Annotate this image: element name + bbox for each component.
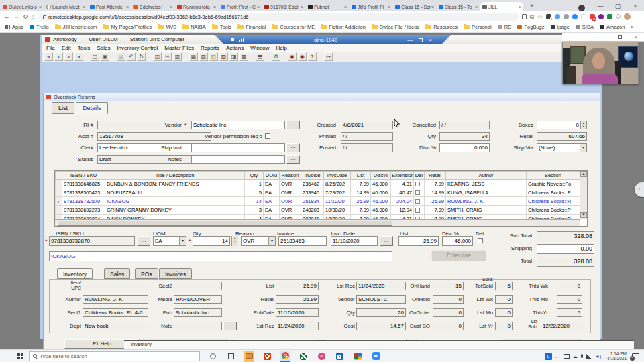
close-icon[interactable]: × xyxy=(634,34,637,40)
boxes-stepper[interactable]: 0▴▾ xyxy=(537,121,587,129)
copy-icon[interactable]: ◫ xyxy=(153,52,162,61)
undo-icon[interactable]: ↶ xyxy=(127,52,136,61)
tab-close-icon[interactable]: × xyxy=(519,5,521,9)
line-list-field[interactable]: 26.99 xyxy=(398,236,439,246)
copy-page-icon[interactable] xyxy=(522,14,527,19)
del-checkbox[interactable] xyxy=(415,182,420,186)
ext-notes-icon[interactable] xyxy=(581,14,586,19)
ext-gray-icon[interactable] xyxy=(564,14,569,19)
browser-tab[interactable]: Class 15 - To× xyxy=(437,2,480,11)
session-close-icon[interactable]: × xyxy=(429,37,432,43)
excel-icon[interactable] xyxy=(299,351,309,362)
grid-row[interactable]: 9781338646825BUNBUN & BONBON: FANCY FRIE… xyxy=(56,180,580,188)
tab-inventory[interactable]: Inventory xyxy=(57,268,93,279)
tab-close-icon[interactable]: × xyxy=(344,5,347,9)
print-icon[interactable]: ⬒ xyxy=(256,52,264,61)
chevron-down-icon[interactable]: ▾ xyxy=(268,237,275,245)
grid-row-selected[interactable]: ▸ 9781338732870ICKABOG14EAOVR25183411/10… xyxy=(56,197,580,206)
tab-pos[interactable]: POs xyxy=(135,268,158,279)
tab-sales[interactable]: Sales xyxy=(104,268,130,279)
session-minimize-icon[interactable]: — xyxy=(407,37,413,43)
spinner-icon[interactable]: ▴▾ xyxy=(580,121,586,129)
taskbar-clock[interactable]: 1:14 PM 4/15/2021 xyxy=(607,351,627,361)
nav-next-icon[interactable]: › xyxy=(64,52,73,61)
task-view-icon[interactable] xyxy=(226,351,236,362)
new-record-icon[interactable]: ▢ xyxy=(91,52,99,61)
menu-window[interactable]: Window xyxy=(250,45,269,51)
ext-meet-icon[interactable] xyxy=(572,14,578,19)
line-qty-field[interactable]: 14 xyxy=(193,236,230,246)
list-view-icon[interactable]: ▦ xyxy=(189,52,198,61)
tray-expand-icon[interactable]: ︿ xyxy=(555,353,560,359)
ship-via-select[interactable]: (None)▾ xyxy=(537,143,587,152)
menu-master-files[interactable]: Master Files xyxy=(164,45,194,51)
ship-inst-field[interactable] xyxy=(191,143,285,152)
bookmark-item[interactable]: Amazon xyxy=(600,24,625,30)
shipping-field[interactable]: 0.00 xyxy=(537,244,594,254)
notes-lookup-button[interactable]: … xyxy=(286,155,300,164)
chrome-icon[interactable] xyxy=(280,351,290,362)
child-title-bar[interactable]: Overstock Returns xyxy=(44,93,600,101)
scrollbar-thumb[interactable] xyxy=(57,221,392,226)
form-icon[interactable]: ◨ xyxy=(229,52,238,61)
vendor-permission-checkbox[interactable] xyxy=(265,133,270,139)
bookmark-item[interactable]: SIBA xyxy=(576,24,594,30)
help-icon[interactable]: ? xyxy=(308,52,317,61)
menu-kebab-icon[interactable]: ⋮ xyxy=(634,12,640,21)
browser-tab-active[interactable]: JILL× xyxy=(480,2,523,11)
menu-reports[interactable]: Reports xyxy=(201,45,219,51)
bookmarks-overflow-icon[interactable]: » xyxy=(631,24,633,30)
microphone-tray-icon[interactable] xyxy=(581,354,583,358)
chevron-down-icon[interactable]: ▾ xyxy=(580,144,586,152)
bookmark-item[interactable]: FogBugz xyxy=(517,24,544,30)
exit-icon[interactable]: ↦ xyxy=(324,52,333,61)
nav-last-icon[interactable]: » xyxy=(74,52,83,61)
volume-tray-icon[interactable]: ◄) xyxy=(595,353,601,359)
bookmark-item[interactable]: NAIBA xyxy=(182,24,206,30)
menu-tools[interactable]: Tools xyxy=(78,45,91,51)
network-tray-icon[interactable] xyxy=(586,354,592,359)
card-icon[interactable]: ▩ xyxy=(239,52,248,61)
office-icon[interactable] xyxy=(262,351,272,362)
anthology-taskbar-icon[interactable] xyxy=(244,351,254,362)
window-maximize-icon[interactable]: ▢ xyxy=(609,1,627,11)
cut-icon[interactable]: ✂ xyxy=(163,52,172,61)
tab-close-icon[interactable]: × xyxy=(388,5,390,9)
line-reason-select[interactable]: OVR▾ xyxy=(241,236,276,246)
restore-icon[interactable] xyxy=(618,35,622,39)
del-checkbox[interactable] xyxy=(415,208,420,213)
tab-close-icon[interactable]: × xyxy=(39,5,42,9)
bookmark-item[interactable]: Fiction Addiction xyxy=(321,24,366,30)
scroll-down-icon[interactable]: ▼ xyxy=(580,212,587,218)
ext-purple-icon[interactable] xyxy=(598,14,604,19)
snip-icon[interactable]: ✂ xyxy=(317,351,327,362)
bookmark-item[interactable]: Tools xyxy=(212,24,232,30)
line-date-field[interactable]: 11/10/2020 xyxy=(331,236,378,246)
grid-row[interactable]: 9781338692273GRINNY GRANNY DONKEY3EAOVR2… xyxy=(56,206,580,215)
reload-icon[interactable]: ↻ xyxy=(23,12,28,21)
menu-inventory-control[interactable]: Inventory Control xyxy=(117,45,158,51)
display-tray-icon[interactable] xyxy=(564,354,570,359)
tab-invoices[interactable]: Invoices xyxy=(159,268,192,279)
find-next-icon[interactable]: ◉ xyxy=(298,52,307,61)
colorful-app-icon[interactable] xyxy=(353,351,363,362)
ext-keyboard-icon[interactable]: 2 xyxy=(546,14,551,19)
profile-avatar[interactable] xyxy=(624,13,631,20)
nav-first-icon[interactable]: « xyxy=(44,52,53,61)
del-checkbox[interactable] xyxy=(415,199,420,204)
bookmark-item[interactable]: Swipe File / Ideas xyxy=(372,24,419,30)
tab-details[interactable]: Details xyxy=(76,102,108,114)
tab-close-icon[interactable]: × xyxy=(257,5,260,9)
nav-prev-icon[interactable]: ‹ xyxy=(54,52,63,61)
minimize-icon[interactable]: — xyxy=(600,34,606,40)
back-icon[interactable]: ← xyxy=(4,12,10,21)
browser-tab[interactable]: Class 15 - Scr× xyxy=(393,2,436,11)
inventory-icon[interactable]: ▨ xyxy=(219,52,228,61)
action-center-icon[interactable]: 5 xyxy=(632,353,639,359)
home-icon[interactable]: ⌂ xyxy=(32,12,35,21)
remote-panel-toggle[interactable]: ‹ xyxy=(635,182,644,197)
tab-close-icon[interactable]: × xyxy=(301,5,303,9)
scroll-up-icon[interactable]: ▲ xyxy=(580,171,587,177)
forward-icon[interactable]: → xyxy=(13,12,19,21)
browser-tab[interactable]: Quick Links o× xyxy=(1,2,44,11)
